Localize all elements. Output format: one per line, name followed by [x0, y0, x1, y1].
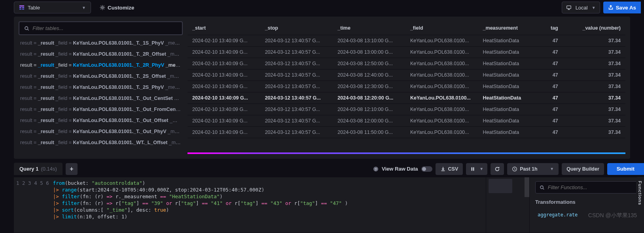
series-list-item[interactable]: result = _result _field = KeYanLou.POL63…	[19, 126, 183, 137]
table-cell: KeYanLou.POL638.0100...	[405, 92, 478, 104]
functions-side-tab[interactable]: Functions	[636, 177, 644, 209]
export-icon	[608, 5, 614, 10]
toggle-off-icon	[421, 166, 432, 172]
table-cell: KeYanLou.POL638.0100...	[405, 58, 478, 70]
table-row[interactable]: 2024-02-10 13:40:09 G...2024-03-12 13:40…	[188, 47, 625, 58]
data-table: _start_stop_time_field_measurementtag_va…	[188, 21, 625, 138]
submit-button[interactable]: Submit	[607, 163, 644, 175]
column-header[interactable]: _start	[188, 21, 260, 35]
table-row[interactable]: 2024-02-10 13:40:09 G...2024-03-12 13:40…	[188, 35, 625, 47]
svg-point-13	[540, 186, 543, 188]
customize-label: Customize	[108, 5, 134, 11]
add-query-button[interactable]: +	[66, 163, 78, 175]
submit-label: Submit	[617, 166, 635, 172]
column-header[interactable]: _value (number)	[563, 21, 625, 35]
table-cell: 2024-03-12 13:40:57 G...	[260, 104, 333, 115]
main-panel: result = _result _field = KeYanLou.POL63…	[14, 17, 630, 159]
table-cell: 2024-03-12 13:40:57 G...	[260, 127, 333, 138]
minimap-content	[489, 179, 512, 193]
column-header[interactable]: tag	[541, 21, 563, 35]
table-cell: HeatStationData	[478, 47, 541, 58]
table-row[interactable]: 2024-02-10 13:40:09 G...2024-03-12 13:40…	[188, 70, 625, 81]
data-table-scroll[interactable]: _start_stop_time_field_measurementtag_va…	[188, 21, 625, 150]
table-cell: HeatStationData	[478, 81, 541, 92]
table-cell: 47	[541, 92, 563, 104]
table-cell: 2024-02-10 13:40:09 G...	[188, 47, 260, 58]
filter-tables-input[interactable]	[32, 25, 177, 31]
table-cell: 2024-03-08 12:50:00 G...	[333, 58, 405, 70]
table-cell: 2024-03-12 13:40:57 G...	[260, 92, 333, 104]
table-cell: 2024-03-08 11:50:00 G...	[333, 127, 405, 138]
question-icon: ?	[373, 166, 379, 172]
table-cell: 47	[541, 58, 563, 70]
table-row[interactable]: 2024-02-10 13:40:09 G...2024-03-12 13:40…	[188, 92, 625, 104]
save-as-button[interactable]: Save As	[603, 2, 641, 13]
computer-icon	[566, 5, 572, 10]
table-row[interactable]: 2024-02-10 13:40:09 G...2024-03-12 13:40…	[188, 58, 625, 70]
local-label: Local	[576, 5, 588, 11]
table-cell: 2024-02-10 13:40:09 G...	[188, 115, 260, 127]
refresh-icon	[494, 166, 500, 172]
series-list-item[interactable]: result = _result _field = KeYanLou.POL63…	[19, 71, 183, 82]
table-cell: 37.34	[563, 35, 625, 47]
table-cell: 2024-02-10 13:40:09 G...	[188, 92, 260, 104]
top-toolbar: Table ▼ Customize Local ▼ Save As	[0, 0, 644, 17]
pause-button[interactable]: ▼	[466, 163, 487, 175]
column-header[interactable]: _stop	[260, 21, 333, 35]
table-row[interactable]: 2024-02-10 13:40:09 G...2024-03-12 13:40…	[188, 81, 625, 92]
table-cell: 37.34	[563, 58, 625, 70]
column-header[interactable]: _field	[405, 21, 478, 35]
function-item[interactable]: aggregate.rate	[535, 210, 638, 219]
table-cell: 2024-02-10 13:40:09 G...	[188, 81, 260, 92]
filter-functions-input[interactable]	[548, 184, 634, 190]
column-header[interactable]: _measurement	[478, 21, 541, 35]
series-list-item[interactable]: result = _result _field = KeYanLou.POL63…	[19, 104, 183, 115]
functions-panel: Transformations aggregate.rate	[529, 177, 644, 233]
data-table-panel: _start_stop_time_field_measurementtag_va…	[188, 21, 625, 154]
table-icon	[19, 5, 25, 10]
table-cell: HeatStationData	[478, 115, 541, 127]
progress-bar	[188, 152, 625, 154]
view-type-dropdown[interactable]: Table ▼	[14, 2, 91, 13]
series-list-item[interactable]: result = _result _field = KeYanLou.POL63…	[19, 49, 183, 60]
series-list-item[interactable]: result = _result _field = KeYanLou.POL63…	[19, 137, 183, 148]
filter-functions-wrap[interactable]	[535, 181, 638, 194]
series-list-item[interactable]: result = _result _field = KeYanLou.POL63…	[19, 38, 183, 49]
table-cell: 47	[541, 115, 563, 127]
csv-button[interactable]: CSV	[436, 163, 463, 175]
filter-tables-wrap[interactable]	[19, 21, 183, 35]
editor-minimap[interactable]	[486, 177, 529, 233]
time-range-dropdown[interactable]: Past 1h ▼	[507, 163, 559, 175]
view-raw-toggle[interactable]: ? View Raw Data	[373, 166, 432, 172]
table-cell: 47	[541, 104, 563, 115]
table-row[interactable]: 2024-02-10 13:40:09 G...2024-03-12 13:40…	[188, 115, 625, 127]
search-icon	[24, 26, 29, 31]
table-row[interactable]: 2024-02-10 13:40:09 G...2024-03-12 13:40…	[188, 104, 625, 115]
customize-button[interactable]: Customize	[96, 2, 138, 13]
functions-section-title: Transformations	[535, 197, 638, 207]
query-header: Query 1 (0.14s) + ? View Raw Data CSV ▼ …	[0, 160, 644, 177]
svg-point-5	[102, 7, 103, 8]
svg-rect-10	[472, 167, 473, 171]
table-cell: 2024-03-08 13:00:00 G...	[333, 47, 405, 58]
svg-point-7	[25, 26, 28, 29]
table-cell: 37.34	[563, 115, 625, 127]
table-row[interactable]: 2024-02-10 13:40:09 G...2024-03-12 13:40…	[188, 127, 625, 138]
series-list-item[interactable]: result = _result _field = KeYanLou.POL63…	[19, 93, 183, 104]
table-cell: 47	[541, 47, 563, 58]
svg-rect-11	[473, 167, 474, 171]
query-builder-button[interactable]: Query Builder	[562, 163, 604, 175]
table-cell: 2024-03-08 12:20:00 G...	[333, 92, 405, 104]
table-cell: 2024-03-12 13:40:57 G...	[260, 81, 333, 92]
series-list-item[interactable]: result = _result _field = KeYanLou.POL63…	[19, 115, 183, 126]
local-dropdown[interactable]: Local ▼	[562, 2, 600, 13]
series-list-item[interactable]: result = _result _field = KeYanLou.POL63…	[19, 82, 183, 93]
table-cell: 2024-03-12 13:40:57 G...	[260, 58, 333, 70]
column-header[interactable]: _time	[333, 21, 405, 35]
series-list-item[interactable]: result = _result _field = KeYanLou.POL63…	[19, 60, 183, 71]
refresh-button[interactable]	[491, 163, 504, 175]
flux-editor[interactable]: from(bucket: "autocontroldata") |> range…	[53, 177, 486, 233]
svg-rect-0	[19, 6, 24, 7]
query-tab[interactable]: Query 1 (0.14s)	[14, 163, 63, 175]
download-icon	[440, 166, 446, 172]
